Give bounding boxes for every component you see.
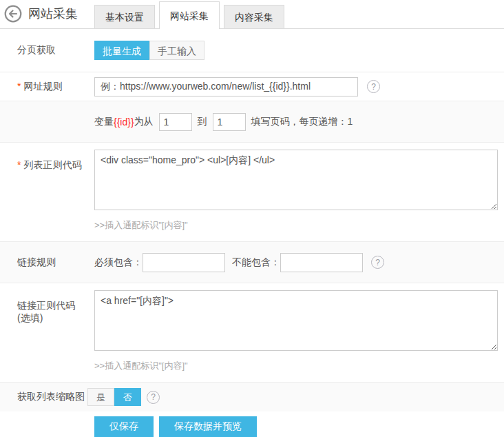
tab-bar: 基本设置 网站采集 内容采集: [94, 1, 284, 28]
link-regex-row: 链接正则代码 (选填) <a href="[内容]"> >>插入通配标识"[内容…: [0, 283, 504, 383]
list-regex-row: *列表正则代码 <div class="home_pro"> <ul>[内容] …: [0, 143, 504, 242]
tab-basic-settings[interactable]: 基本设置: [94, 5, 155, 28]
thumbnail-label: 获取列表缩略图: [0, 391, 87, 403]
back-icon[interactable]: [4, 5, 22, 23]
thumbnail-no-option[interactable]: 否: [114, 388, 141, 406]
header-left: 网站采集: [4, 5, 78, 23]
tab-content-collection[interactable]: 内容采集: [224, 5, 284, 28]
pagination-toggle: 批量生成 手工输入: [94, 41, 204, 60]
pagination-manual-option[interactable]: 手工输入: [149, 41, 204, 60]
required-asterisk: *: [17, 159, 21, 170]
list-regex-textarea[interactable]: <div class="home_pro"> <ul>[内容] </ul>: [94, 150, 498, 210]
page-header: 网站采集 基本设置 网站采集 内容采集: [0, 0, 504, 29]
link-regex-textarea[interactable]: <a href="[内容]">: [94, 290, 498, 351]
url-rule-label: *网址规则: [0, 81, 94, 93]
link-rule-help-icon[interactable]: ?: [371, 256, 384, 269]
required-asterisk: *: [17, 81, 21, 92]
thumbnail-toggle: 是 否: [87, 388, 141, 406]
thumbnail-row: 获取列表缩略图 是 否 ?: [0, 383, 504, 411]
link-regex-field: <a href="[内容]"> >>插入通配标识"[内容]": [94, 290, 498, 372]
website-collection-page: 网站采集 基本设置 网站采集 内容采集 分页获取 批量生成 手工输入 *网址规则…: [0, 0, 504, 437]
variable-text-mid: 为从: [134, 116, 154, 128]
save-preview-button[interactable]: 保存数据并预览: [159, 416, 257, 437]
page-to-input[interactable]: [213, 113, 246, 131]
page-title: 网站采集: [28, 6, 78, 22]
variable-to-word: 到: [198, 116, 207, 128]
url-rule-row: *网址规则 ?: [0, 72, 504, 101]
pagination-label: 分页获取: [0, 44, 94, 57]
link-regex-optional-note: (选填): [17, 312, 94, 325]
not-contain-input[interactable]: [280, 253, 363, 272]
thumbnail-help-icon[interactable]: ?: [147, 391, 160, 404]
variable-token: {{id}}: [114, 116, 134, 128]
list-regex-label: *列表正则代码: [0, 150, 94, 172]
variable-text-before: 变量: [94, 116, 114, 128]
link-regex-insert-link[interactable]: >>插入通配标识"[内容]": [94, 360, 498, 372]
must-contain-input[interactable]: [143, 253, 225, 272]
link-rule-row: 链接规则 必须包含： 不能包含： ?: [0, 242, 504, 283]
url-rule-help-icon[interactable]: ?: [367, 80, 380, 93]
not-contain-label: 不能包含：: [232, 256, 280, 269]
thumbnail-yes-option[interactable]: 是: [87, 388, 114, 406]
pagination-batch-option[interactable]: 批量生成: [94, 41, 149, 60]
save-button[interactable]: 仅保存: [94, 416, 154, 437]
must-contain-label: 必须包含：: [94, 256, 143, 269]
variable-text-after: 填写页码，每页递增：1: [251, 116, 353, 128]
pagination-row: 分页获取 批量生成 手工输入: [0, 29, 504, 72]
url-rule-input[interactable]: [94, 77, 358, 96]
actions-row: 仅保存 保存数据并预览: [0, 411, 504, 437]
list-regex-field: <div class="home_pro"> <ul>[内容] </ul> >>…: [94, 150, 498, 232]
variable-row: 变量{{id}}为从 到 填写页码，每页递增：1: [0, 101, 504, 143]
page-from-input[interactable]: [159, 113, 192, 131]
link-regex-label: 链接正则代码 (选填): [0, 290, 94, 325]
list-regex-insert-link[interactable]: >>插入通配标识"[内容]": [94, 219, 498, 232]
link-rule-label: 链接规则: [0, 256, 94, 269]
tab-website-collection[interactable]: 网站采集: [159, 1, 220, 29]
